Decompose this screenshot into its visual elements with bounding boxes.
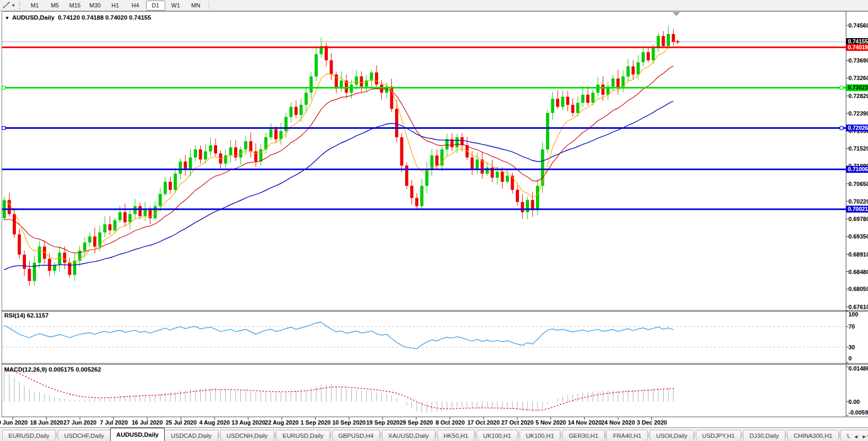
timeframe-button-h1[interactable]: H1	[106, 1, 125, 11]
timeframe-button-w1[interactable]: W1	[166, 1, 185, 11]
timeframe-button-h4[interactable]: H4	[126, 1, 145, 11]
toolbar-grip[interactable]	[19, 2, 22, 9]
chart-tab-ger30-h1[interactable]: GER30,H1	[562, 430, 605, 441]
chart-tab-dj30-daily[interactable]: DJ30,Daily	[743, 430, 785, 441]
chart-tab-usoil-daily[interactable]: USOil,Daily	[650, 430, 694, 441]
line-studies-icon	[2, 1, 11, 10]
chart-tab-xauusd-daily[interactable]: XAUUSD,Daily	[382, 430, 435, 441]
tab-separator: |	[839, 431, 840, 438]
chart-tabs: EURUSD,Daily|USDCHF,DailyAUDUSD,DailyUSD…	[2, 428, 868, 441]
tab-separator: |	[330, 431, 332, 438]
line-studies-button[interactable]: ▾	[0, 0, 17, 11]
chart-tab-eurusd-daily[interactable]: EURUSD,Daily	[276, 430, 329, 441]
chart-tab-bar: EURUSD,Daily|USDCHF,DailyAUDUSD,DailyUSD…	[0, 427, 868, 441]
chart-tab-hk50-h1[interactable]: HK50,H1	[437, 430, 475, 441]
timeframe-button-m30[interactable]: M30	[86, 1, 105, 11]
tab-scroll-right-icon[interactable]: ►	[862, 434, 867, 439]
chart-shift-marker	[673, 12, 680, 16]
tab-separator: |	[435, 431, 437, 438]
timeframe-button-m5[interactable]: M5	[46, 1, 65, 11]
chart-tab-fra40-h1[interactable]: FRA40,H1	[606, 430, 648, 441]
tab-separator: |	[475, 431, 476, 438]
chart-tab-uk100-h1[interactable]: UK100,H1	[477, 430, 517, 441]
timeframe-toolbar: ▾ M1M5M15M30H1H4D1W1MN	[0, 0, 868, 11]
chart-tab-usdchf-daily[interactable]: USDCHF,Daily	[58, 430, 110, 441]
tab-separator: |	[274, 431, 276, 438]
chart-tab-china300-h1[interactable]: CHINA300,H1	[788, 430, 839, 441]
chart-tab-usdjpy-h1[interactable]: USDJPY,H1	[696, 430, 741, 441]
tab-separator: |	[218, 431, 220, 438]
tab-separator: |	[741, 431, 742, 438]
chart-tab-usdcnh-daily[interactable]: USDCNH,Daily	[220, 430, 274, 441]
tab-separator: |	[648, 431, 649, 438]
chart-tab-uk100-h1[interactable]: UK100,H1	[520, 430, 560, 441]
chart-tab-usdcad-daily[interactable]: USDCAD,Daily	[164, 430, 218, 441]
tab-separator: |	[605, 431, 606, 438]
timeframe-button-m1[interactable]: M1	[25, 1, 44, 11]
timeframe-button-d1[interactable]: D1	[146, 1, 165, 11]
tab-separator: |	[560, 431, 562, 438]
chart-tab-gbpusd-h4[interactable]: GBPUSD,H4	[332, 430, 380, 441]
chart-tab-audusd-daily[interactable]: AUDUSD,Daily	[110, 428, 165, 441]
timeframe-buttons: M1M5M15M30H1H4D1W1MN	[25, 1, 206, 11]
mt4-window: ▾ M1M5M15M30H1H4D1W1MN ▼AUDUSD,Daily 0.7…	[0, 0, 868, 441]
timeframe-button-mn[interactable]: MN	[186, 1, 205, 11]
toolbar-separator	[209, 2, 209, 9]
tab-separator: |	[517, 431, 519, 438]
tab-separator: |	[56, 431, 57, 438]
timeframe-button-m15[interactable]: M15	[66, 1, 85, 11]
tab-scroll-left-icon[interactable]: ◄	[853, 434, 858, 439]
chart-tab-eurusd-daily[interactable]: EURUSD,Daily	[2, 430, 56, 441]
tab-separator: |	[694, 431, 695, 438]
tab-scroll-buttons: ◄ ►	[850, 434, 867, 439]
chevron-down-icon[interactable]: ▾	[12, 3, 15, 8]
tab-separator: |	[380, 431, 381, 438]
chart-canvas[interactable]	[0, 0, 868, 441]
tab-separator: |	[785, 431, 787, 438]
